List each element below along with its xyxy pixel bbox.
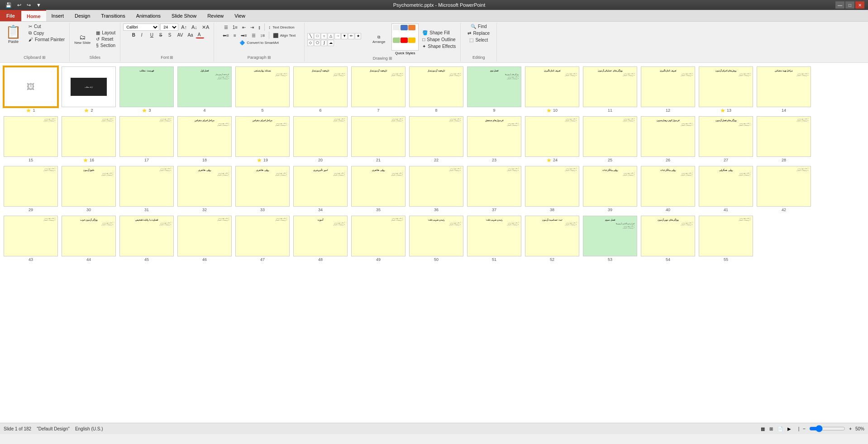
align-center-button[interactable]: ≡ — [232, 33, 238, 38]
slide-thumb-15[interactable]: • نکات مهم درسی• توضیحات تکمیلی 15 — [4, 116, 58, 162]
text-direction-button[interactable]: ↕ Text Direction — [267, 24, 296, 30]
qs-cell[interactable] — [393, 25, 400, 30]
slide-thumb-17[interactable]: • نکات مهم درسی• توضیحات تکمیلی 17 — [119, 116, 174, 162]
tab-home[interactable]: Home — [21, 10, 46, 21]
slide-thumb-30[interactable]: دقیق آزمون • نکات مهم درسی• توضیحات تکمی… — [62, 166, 116, 212]
oval-shape[interactable]: ○ — [321, 33, 327, 39]
slide-thumb-40[interactable]: روایی بیانگر ثبات • نکات مهم درسی• توضیح… — [641, 166, 695, 212]
font-color-button[interactable]: A — [196, 32, 204, 38]
decrease-font-button[interactable]: A↓ — [190, 24, 199, 30]
qs-cell[interactable] — [408, 38, 415, 43]
triangle-shape[interactable]: △ — [328, 33, 334, 39]
zoom-in-button[interactable]: + — [848, 425, 853, 432]
slide-thumb-31[interactable]: • نکات مهم درسی• توضیحات تکمیلی 31 — [119, 166, 174, 212]
pentagon-shape[interactable]: ⬠ — [314, 40, 320, 46]
slide-thumb-18[interactable]: مراحل اجرای مقیاس • نکات مهم درسی• توضیح… — [177, 116, 232, 162]
slide-thumb-8[interactable]: تاریخچه آزمون‌ساز • نکات مهم درسی• توضیح… — [409, 66, 463, 113]
slide-thumb-47[interactable]: • نکات مهم درسی• توضیحات تکمیلی 47 — [235, 216, 290, 262]
shape-fill-button[interactable]: 🪣 Shape Fill — [420, 30, 458, 36]
font-name-select[interactable]: Calibri — [123, 24, 159, 31]
slide-thumb-39[interactable]: روایی بیانگر ثبات • نکات مهم درسی• توضیح… — [583, 166, 637, 212]
slide-thumb-10[interactable]: تعریف اندازه‌گیری • نکات مهم درسی• توضیح… — [525, 66, 579, 113]
qs-cell[interactable] — [401, 25, 408, 30]
slide-thumb-48[interactable]: آموزه • نکات مهم درسی• توضیحات تکمیلی 48 — [293, 216, 348, 262]
drawing-dialog-icon[interactable]: ⊞ — [389, 56, 392, 61]
slide-thumb-54[interactable]: ویژگی‌های نوین آزمون • نکات مهم درسی• تو… — [641, 216, 695, 262]
align-right-button[interactable]: ➡≡ — [239, 33, 249, 38]
qs-cell[interactable] — [401, 38, 408, 43]
slide-thumb-45[interactable]: قضاوت با رقابت تشخیص • نکات مهم درسی• تو… — [119, 216, 174, 262]
tab-design[interactable]: Design — [69, 10, 95, 21]
save-button[interactable]: 💾 — [4, 1, 14, 9]
font-size-select[interactable]: 24 — [160, 24, 178, 31]
layout-button[interactable]: ▦ Layout — [94, 30, 117, 36]
columns-button[interactable]: ⫿ — [257, 24, 262, 30]
slide-thumb-52[interactable]: ثبت حساسیت آزمون • نکات مهم درسی• توضیحا… — [525, 216, 579, 262]
select-button[interactable]: ⬚ Select — [467, 37, 490, 43]
bold-button[interactable]: B — [130, 32, 138, 38]
tab-insert[interactable]: Insert — [46, 10, 70, 21]
find-button[interactable]: 🔍 Find — [469, 24, 488, 29]
new-slide-button[interactable]: 🗂 New Slide — [72, 33, 92, 46]
reading-view-button[interactable]: 📄 — [777, 425, 784, 432]
bullets-button[interactable]: ☰ — [222, 24, 230, 30]
change-case-button[interactable]: Aa — [186, 32, 195, 38]
slide-sorter-view-button[interactable]: ⊞ — [768, 425, 774, 432]
slide-thumb-46[interactable]: • نکات مهم درسی• توضیحات تکمیلی 46 — [177, 216, 232, 262]
curve-shape[interactable]: ∫ — [321, 40, 327, 46]
line-spacing-button[interactable]: ↕≡ — [258, 33, 267, 38]
slide-thumb-25[interactable]: • نکات مهم درسی• توضیحات تکمیلی 25 — [583, 116, 637, 162]
more-shapes[interactable]: ▼ — [341, 33, 348, 39]
align-text-button[interactable]: ⬛ Align Text — [271, 33, 298, 38]
slide-thumb-4[interactable]: فصل اول تاریخچه آزمون‌ساز • نکات مهم درس… — [177, 66, 232, 113]
tab-file[interactable]: File — [0, 10, 21, 21]
slide-thumb-9[interactable]: فصل دوم ویژگی‌های آزمون‌ها • نکات مهم در… — [467, 66, 521, 113]
minimize-button[interactable]: — — [835, 1, 844, 9]
slide-thumb-5[interactable]: مسئله روان‌سنجی • نکات مهم درسی• توضیحات… — [235, 66, 290, 113]
shape-effects-button[interactable]: ✦ Shape Effects — [420, 43, 458, 49]
slide-thumb-55[interactable]: • نکات مهم درسی• توضیحات تکمیلی 55 — [699, 216, 753, 262]
slide-thumb-53[interactable]: فصل سوم اجرا و نمره‌گذاری آزمون‌ها • نکا… — [583, 216, 637, 262]
star-shape[interactable]: ★ — [355, 33, 361, 39]
slide-thumb-42[interactable]: • نکات مهم درسی• توضیحات تکمیلی 42 — [757, 166, 811, 212]
char-spacing-button[interactable]: AV — [176, 32, 185, 38]
clear-format-button[interactable]: ✕A — [200, 24, 211, 31]
slide-thumb-13[interactable]: روش‌های اجرای آزمون • نکات مهم درسی• توض… — [699, 66, 753, 113]
shadow-button[interactable]: S — [167, 32, 175, 38]
slide-thumb-12[interactable]: تعریف اندازه‌گیری • نکات مهم درسی• توضیح… — [641, 66, 695, 113]
slide-thumb-41[interactable]: روایی همگرایی • نکات مهم درسی• توضیحات ت… — [699, 166, 753, 212]
close-button[interactable]: ✕ — [855, 1, 864, 9]
tab-view[interactable]: View — [229, 10, 251, 21]
slide-thumb-43[interactable]: • نکات مهم درسی• توضیحات تکمیلی 43 — [4, 216, 58, 262]
justify-button[interactable]: ☰ — [250, 33, 258, 38]
numbering-button[interactable]: 1≡ — [231, 24, 239, 30]
slide-thumb-44[interactable]: ویژگی آزمون خوب • نکات مهم درسی• توضیحات… — [62, 216, 116, 262]
replace-button[interactable]: ⇄ Replace — [466, 30, 491, 36]
clipboard-dialog-icon[interactable]: ⊞ — [42, 55, 46, 60]
slide-thumb-32[interactable]: روایی ظاهری • نکات مهم درسی• توضیحات تکم… — [177, 166, 232, 212]
font-dialog-icon[interactable]: ⊞ — [170, 55, 173, 60]
slide-thumb-20[interactable]: • نکات مهم درسی• توضیحات تکمیلی 20 — [293, 116, 348, 162]
paste-button[interactable]: 📋 Paste — [3, 24, 24, 54]
underline-button[interactable]: U — [148, 32, 157, 38]
arrange-button[interactable]: ⧉ Arrange — [368, 34, 390, 45]
shape-outline-button[interactable]: □ Shape Outline — [420, 37, 458, 43]
slide-thumb-50[interactable]: رتبه و ضریب دقت • نکات مهم درسی• توضیحات… — [409, 216, 463, 262]
decrease-indent-button[interactable]: ⇤ — [240, 24, 248, 30]
arrow-shape[interactable]: → — [334, 33, 341, 39]
slide-thumb-3[interactable]: فهرست مطلب ⭐ 3 — [119, 66, 174, 113]
undo-button[interactable]: ↩ — [15, 1, 23, 9]
quick-styles-gallery[interactable] — [391, 24, 419, 51]
rect-shape[interactable]: □ — [314, 33, 320, 39]
diamond-shape[interactable]: ◇ — [307, 40, 314, 46]
slide-thumb-29[interactable]: • نکات مهم درسی• توضیحات تکمیلی 29 — [4, 166, 58, 212]
convert-smartart-button[interactable]: 🔷 Convert to SmartArt — [238, 40, 281, 46]
slide-thumb-6[interactable]: تاریخچه آزمون‌ساز • نکات مهم درسی• توضیح… — [293, 66, 348, 113]
increase-font-button[interactable]: A↑ — [179, 24, 189, 30]
slide-thumb-21[interactable]: • نکات مهم درسی• توضیحات تکمیلی 21 — [351, 116, 405, 162]
slide-thumb-2[interactable]: ارائه مطلب ⭐ 2 — [62, 66, 116, 113]
zoom-out-button[interactable]: − — [802, 425, 806, 432]
tab-review[interactable]: Review — [202, 10, 229, 21]
slide-thumb-27[interactable]: ویژگی‌های فصل آزمون • نکات مهم درسی• توض… — [699, 116, 753, 162]
slide-thumb-24[interactable]: • نکات مهم درسی• توضیحات تکمیلی ⭐ 24 — [525, 116, 579, 162]
